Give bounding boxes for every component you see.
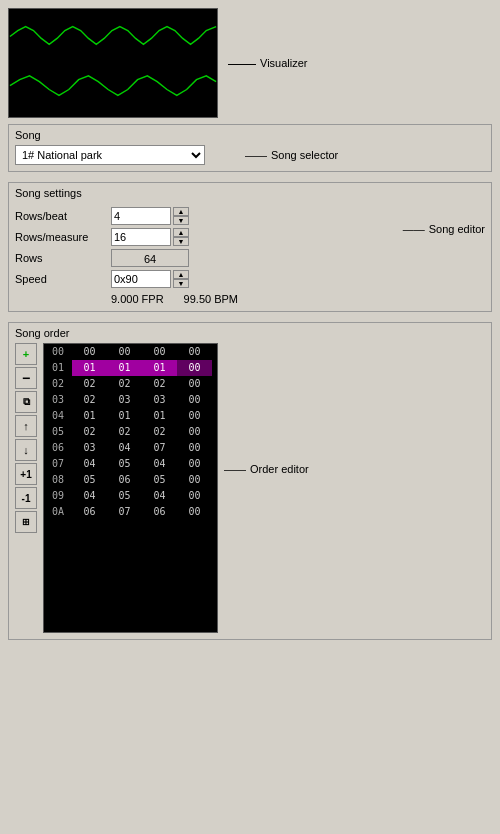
order-cell[interactable]: 06 — [72, 504, 107, 520]
order-cell[interactable]: 00 — [177, 488, 212, 504]
order-editor-label-group: —— Order editor — [224, 463, 309, 475]
rows-beat-down[interactable]: ▼ — [173, 216, 189, 225]
order-cell[interactable]: 00 — [177, 440, 212, 456]
order-cell[interactable]: 00 — [177, 472, 212, 488]
table-row[interactable]: 0302030300 — [44, 392, 217, 408]
order-grid-wrapper: 0000000000010101010002020202000302030300… — [43, 343, 309, 633]
order-cell[interactable]: 00 — [177, 424, 212, 440]
table-row[interactable]: 0401010100 — [44, 408, 217, 424]
row-number: 01 — [44, 360, 72, 376]
order-cell[interactable]: 07 — [107, 504, 142, 520]
speed-input[interactable] — [111, 270, 171, 288]
row-number: 05 — [44, 424, 72, 440]
row-number: 07 — [44, 456, 72, 472]
order-cell[interactable]: 00 — [72, 344, 107, 360]
rows-measure-down[interactable]: ▼ — [173, 237, 189, 246]
bpm-label: 99.50 BPM — [184, 293, 238, 305]
remove-button[interactable]: − — [15, 367, 37, 389]
table-row[interactable]: 0A06070600 — [44, 504, 217, 520]
order-cell[interactable]: 04 — [142, 456, 177, 472]
order-cell[interactable]: 04 — [72, 456, 107, 472]
table-row[interactable]: 0603040700 — [44, 440, 217, 456]
rows-measure-up[interactable]: ▲ — [173, 228, 189, 237]
order-cell[interactable]: 04 — [107, 440, 142, 456]
table-row[interactable]: 0202020200 — [44, 376, 217, 392]
order-cell[interactable]: 00 — [142, 344, 177, 360]
speed-spinner: ▲ ▼ — [173, 270, 189, 288]
order-cell[interactable]: 01 — [72, 360, 107, 376]
order-cell[interactable]: 00 — [177, 456, 212, 472]
add-button[interactable]: + — [15, 343, 37, 365]
order-cell[interactable]: 03 — [107, 392, 142, 408]
order-cell[interactable]: 00 — [107, 344, 142, 360]
song-editor-label: Song editor — [429, 223, 485, 235]
order-cell[interactable]: 00 — [177, 344, 212, 360]
order-cell[interactable]: 02 — [72, 376, 107, 392]
order-section: Song order + − ⧉ ↑ ↓ +1 -1 ⊞ 00000000000… — [8, 322, 492, 640]
speed-down[interactable]: ▼ — [173, 279, 189, 288]
speed-input-group: ▲ ▼ — [111, 270, 383, 288]
move-up-button[interactable]: ↑ — [15, 415, 37, 437]
move-down-button[interactable]: ↓ — [15, 439, 37, 461]
order-cell[interactable]: 00 — [177, 408, 212, 424]
order-cell[interactable]: 01 — [142, 360, 177, 376]
order-cell[interactable]: 02 — [72, 424, 107, 440]
table-row[interactable]: 0805060500 — [44, 472, 217, 488]
rows-measure-input-group: ▲ ▼ — [111, 228, 383, 246]
order-cell[interactable]: 01 — [107, 408, 142, 424]
table-row[interactable]: 0904050400 — [44, 488, 217, 504]
order-cell[interactable]: 04 — [142, 488, 177, 504]
decrement-button[interactable]: -1 — [15, 487, 37, 509]
order-cell[interactable]: 02 — [72, 392, 107, 408]
order-cell[interactable]: 05 — [72, 472, 107, 488]
table-row — [44, 520, 217, 536]
rows-beat-input[interactable] — [111, 207, 171, 225]
rows-measure-input[interactable] — [111, 228, 171, 246]
row-number: 09 — [44, 488, 72, 504]
song-select[interactable]: 1# National park 2# Track 2 3# Track 3 — [15, 145, 205, 165]
order-editor-arrow: —— — [224, 463, 246, 475]
order-cell[interactable]: 04 — [72, 488, 107, 504]
order-tools: + − ⧉ ↑ ↓ +1 -1 ⊞ — [15, 343, 37, 533]
copy-button[interactable]: ⧉ — [15, 391, 37, 413]
order-cell[interactable]: 02 — [142, 376, 177, 392]
order-cell[interactable]: 01 — [107, 360, 142, 376]
table-row — [44, 568, 217, 584]
order-cell[interactable]: 05 — [142, 472, 177, 488]
visualizer-section: —— Visualizer — [8, 8, 492, 118]
order-cell[interactable]: 07 — [142, 440, 177, 456]
order-cell[interactable]: 03 — [142, 392, 177, 408]
table-row[interactable]: 0502020200 — [44, 424, 217, 440]
order-cell[interactable]: 02 — [142, 424, 177, 440]
order-cell[interactable]: 02 — [107, 424, 142, 440]
table-row[interactable]: 0101010100 — [44, 360, 217, 376]
order-cell[interactable]: 06 — [142, 504, 177, 520]
order-editor-label: Order editor — [250, 463, 309, 475]
order-cell[interactable]: 00 — [177, 376, 212, 392]
rows-display: 64 — [111, 249, 189, 267]
rows-label: Rows — [15, 252, 105, 264]
fpr-label: 9.000 FPR — [111, 293, 164, 305]
table-row[interactable]: 0000000000 — [44, 344, 217, 360]
expand-button[interactable]: ⊞ — [15, 511, 37, 533]
order-cell[interactable]: 00 — [177, 360, 212, 376]
order-cell[interactable]: 01 — [72, 408, 107, 424]
bpm-row: 9.000 FPR 99.50 BPM — [111, 293, 383, 305]
order-cell[interactable]: 03 — [72, 440, 107, 456]
rows-beat-label: Rows/beat — [15, 210, 105, 222]
order-cell[interactable]: 05 — [107, 488, 142, 504]
order-cell[interactable]: 02 — [107, 376, 142, 392]
rows-beat-up[interactable]: ▲ — [173, 207, 189, 216]
order-cell[interactable]: 00 — [177, 504, 212, 520]
rows-measure-spinner: ▲ ▼ — [173, 228, 189, 246]
speed-up[interactable]: ▲ — [173, 270, 189, 279]
order-cell[interactable]: 01 — [142, 408, 177, 424]
order-grid-container[interactable]: 0000000000010101010002020202000302030300… — [43, 343, 218, 633]
increment-button[interactable]: +1 — [15, 463, 37, 485]
order-cell[interactable]: 00 — [177, 392, 212, 408]
order-cell[interactable]: 06 — [107, 472, 142, 488]
rows-value-display: 64 — [111, 249, 383, 267]
table-row[interactable]: 0704050400 — [44, 456, 217, 472]
table-row — [44, 552, 217, 568]
order-cell[interactable]: 05 — [107, 456, 142, 472]
